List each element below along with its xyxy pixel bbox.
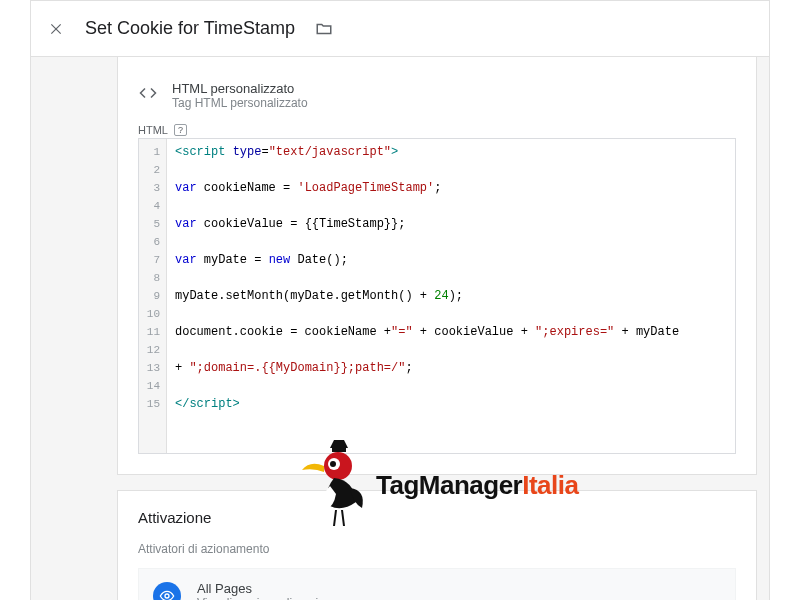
tag-type-row[interactable]: HTML personalizzato Tag HTML personalizz… xyxy=(138,81,736,110)
help-icon[interactable]: ? xyxy=(174,124,187,136)
editor-label: HTML ? xyxy=(138,124,736,136)
trigger-name: All Pages xyxy=(197,581,332,596)
tag-type-subtitle: Tag HTML personalizzato xyxy=(172,96,308,110)
trigger-text: All Pages Visualizzazione di pagina xyxy=(197,581,332,600)
tag-type-text: HTML personalizzato Tag HTML personalizz… xyxy=(172,81,308,110)
triggering-subtitle: Attivatori di azionamento xyxy=(138,542,736,556)
header-bar: Set Cookie for TimeStamp xyxy=(31,1,769,57)
page-title[interactable]: Set Cookie for TimeStamp xyxy=(85,18,295,39)
editor-label-text: HTML xyxy=(138,124,168,136)
trigger-row[interactable]: All Pages Visualizzazione di pagina xyxy=(138,568,736,600)
tag-type-title: HTML personalizzato xyxy=(172,81,308,96)
svg-point-2 xyxy=(165,594,169,598)
tag-config-card: HTML personalizzato Tag HTML personalizz… xyxy=(117,57,757,475)
close-icon[interactable] xyxy=(47,20,65,38)
trigger-type: Visualizzazione di pagina xyxy=(197,596,332,600)
body-area: HTML personalizzato Tag HTML personalizz… xyxy=(31,57,769,600)
eye-icon xyxy=(153,582,181,601)
triggering-title: Attivazione xyxy=(138,509,736,526)
line-gutter: 123456789101112131415 xyxy=(139,139,167,453)
code-editor[interactable]: 123456789101112131415 <script type="text… xyxy=(138,138,736,454)
code-area[interactable]: <script type="text/javascript"> var cook… xyxy=(167,139,735,453)
folder-icon[interactable] xyxy=(315,20,333,38)
window-frame: Set Cookie for TimeStamp HTML personaliz… xyxy=(30,0,770,600)
code-icon xyxy=(138,83,158,103)
triggering-card: Attivazione Attivatori di azionamento Al… xyxy=(117,490,757,600)
